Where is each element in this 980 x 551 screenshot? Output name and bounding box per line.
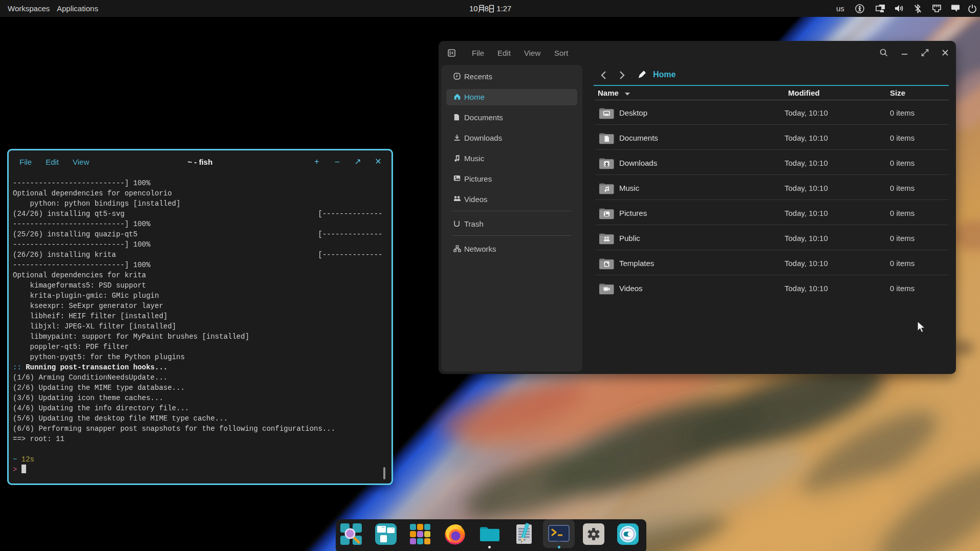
svg-text:&: & xyxy=(604,261,608,267)
